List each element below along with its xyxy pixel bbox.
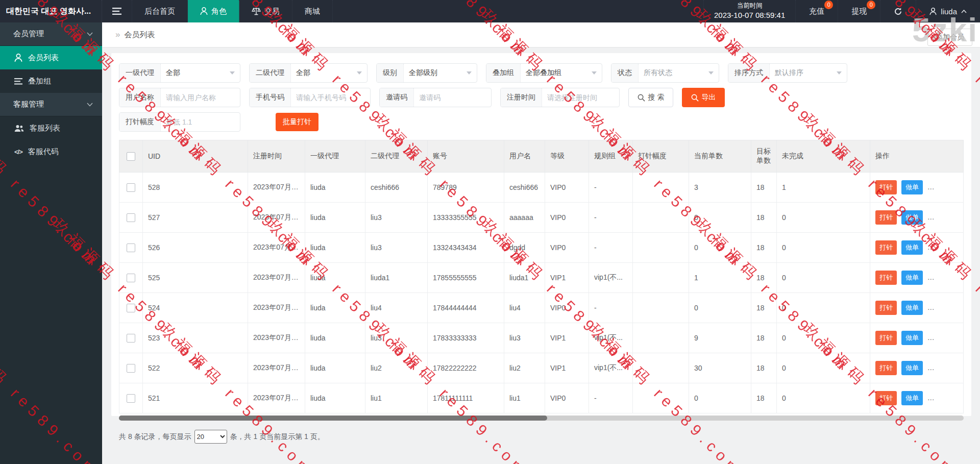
inject-button[interactable]: 打针: [875, 210, 897, 225]
export-button[interactable]: 导出: [682, 88, 725, 107]
row-checkbox[interactable]: [127, 183, 135, 192]
make-order-button[interactable]: 做单: [901, 301, 923, 315]
inject-button[interactable]: 打针: [875, 301, 897, 315]
withdraw-button[interactable]: 提现 0: [838, 0, 880, 22]
level-button[interactable]: 等级: [927, 391, 949, 405]
cell-checkbox: [119, 293, 143, 323]
level-button[interactable]: 等级: [927, 331, 949, 345]
select-label: 级别: [377, 64, 404, 82]
cell-inject-range: [633, 173, 689, 203]
balance-button[interactable]: 余额: [953, 240, 964, 255]
current-time-value: 2023-10-07 08:59:41: [714, 10, 785, 20]
cell-agent-level2: liu3: [365, 233, 428, 263]
make-order-button[interactable]: 做单: [901, 331, 923, 345]
filter-row-selects: 一级代理 全部 二级代理 全部 级别 全部级别 叠加组 全部叠加组 状态: [119, 63, 964, 83]
select-status[interactable]: 状态 所有状态: [611, 63, 719, 83]
balance-button[interactable]: 余额: [953, 361, 964, 375]
make-order-button[interactable]: 做单: [901, 271, 923, 285]
sidebar-item-member-list[interactable]: 会员列表: [0, 46, 102, 69]
code-icon: </>: [14, 148, 22, 156]
cell-agent-level2: liu1: [365, 383, 428, 413]
register-time-input[interactable]: [542, 88, 619, 107]
row-checkbox[interactable]: [127, 213, 135, 222]
per-page-select[interactable]: 20: [194, 430, 227, 444]
cell-rule-group: vip1(不...: [589, 323, 633, 353]
make-order-button[interactable]: 做单: [901, 361, 923, 375]
cell-uid: 523: [143, 323, 248, 353]
balance-button[interactable]: 余额: [953, 180, 964, 194]
search-label: 搜 索: [648, 93, 665, 102]
batch-inject-button[interactable]: 批量打针: [276, 113, 318, 131]
inject-button[interactable]: 打针: [875, 331, 897, 345]
sidebar-toggle-button[interactable]: [102, 0, 132, 22]
recharge-button[interactable]: 充值 0: [795, 0, 838, 22]
level-button[interactable]: 等级: [927, 271, 949, 285]
select-agent-level1[interactable]: 一级代理 全部: [119, 63, 240, 83]
row-checkbox[interactable]: [127, 334, 135, 343]
user-menu[interactable]: liuda: [916, 0, 980, 22]
cell-rule-group: -: [589, 203, 633, 233]
caret-down-icon: [592, 71, 597, 75]
select-sort-order[interactable]: 排序方式 默认排序: [728, 63, 847, 83]
select-level[interactable]: 级别 全部级别: [376, 63, 477, 83]
invite-code-input[interactable]: [414, 88, 491, 107]
sidebar-group-service-management[interactable]: 客服管理: [0, 93, 102, 116]
person-icon: [14, 54, 22, 62]
cell-account: 13324343434: [428, 233, 504, 263]
nav-item-dashboard[interactable]: 后台首页: [132, 0, 188, 22]
cell-agent-level2: ceshi666: [365, 173, 428, 203]
level-button[interactable]: 等级: [927, 361, 949, 375]
username-input[interactable]: [161, 88, 240, 107]
row-checkbox[interactable]: [127, 394, 135, 403]
cell-rule-group: -: [589, 293, 633, 323]
cell-inject-range: [633, 383, 689, 413]
inject-button[interactable]: 打针: [875, 391, 897, 405]
select-overlay-group[interactable]: 叠加组 全部叠加组: [486, 63, 602, 83]
balance-button[interactable]: 余额: [953, 331, 964, 345]
current-time: 当前时间 2023-10-07 08:59:41: [703, 0, 795, 22]
inject-button[interactable]: 打针: [875, 271, 897, 285]
phone-input[interactable]: [291, 88, 370, 107]
sidebar-item-service-list[interactable]: 客服列表: [0, 116, 102, 140]
level-button[interactable]: 等级: [927, 180, 949, 194]
cell-level: VIP0: [545, 383, 589, 413]
balance-button[interactable]: 余额: [953, 210, 964, 225]
level-button[interactable]: 等级: [927, 240, 949, 255]
sidebar-item-service-code[interactable]: </> 客服代码: [0, 140, 102, 163]
select-all-checkbox[interactable]: [127, 152, 135, 161]
balance-button[interactable]: 余额: [953, 391, 964, 405]
horizontal-scrollbar-thumb[interactable]: [119, 416, 547, 421]
select-agent-level2[interactable]: 二级代理 全部: [249, 63, 368, 83]
row-checkbox[interactable]: [127, 243, 135, 252]
cell-target-orders: 18: [751, 293, 777, 323]
cell-register-time: 2023年07月17日 02:44:51: [248, 263, 305, 293]
balance-button[interactable]: 余额: [953, 301, 964, 315]
inject-button[interactable]: 打针: [875, 361, 897, 375]
group-label: 会员管理: [13, 29, 44, 39]
inject-button[interactable]: 打针: [875, 240, 897, 255]
level-button[interactable]: 等级: [927, 210, 949, 225]
cell-register-time: 2023年07月17日 02:30:58: [248, 353, 305, 383]
add-member-button[interactable]: 添加会员: [927, 29, 972, 46]
row-checkbox[interactable]: [127, 304, 135, 312]
column-header: 等级: [545, 140, 589, 173]
inject-button[interactable]: 打针: [875, 180, 897, 194]
row-checkbox[interactable]: [127, 274, 135, 282]
top-navbar: 대한민국 대표 영화사... 后台首页 角色 交易 商城 当前时间: [0, 0, 980, 22]
sidebar-item-overlay-group[interactable]: 叠加组: [0, 69, 102, 93]
nav-item-trade[interactable]: 交易: [239, 0, 292, 22]
make-order-button[interactable]: 做单: [901, 180, 923, 194]
make-order-button[interactable]: 做单: [901, 391, 923, 405]
inject-range-input[interactable]: [161, 113, 240, 131]
nav-item-mall[interactable]: 商城: [292, 0, 333, 22]
sidebar-group-member-management[interactable]: 会员管理: [0, 22, 102, 46]
balance-button[interactable]: 余额: [953, 271, 964, 285]
refresh-button[interactable]: [880, 0, 916, 22]
nav-label: 角色: [211, 7, 227, 16]
nav-item-role[interactable]: 角色: [188, 0, 239, 22]
row-checkbox[interactable]: [127, 364, 135, 373]
make-order-button[interactable]: 做单: [901, 240, 923, 255]
level-button[interactable]: 等级: [927, 301, 949, 315]
search-button[interactable]: 搜 索: [628, 88, 673, 107]
make-order-button[interactable]: 做单: [901, 210, 923, 225]
